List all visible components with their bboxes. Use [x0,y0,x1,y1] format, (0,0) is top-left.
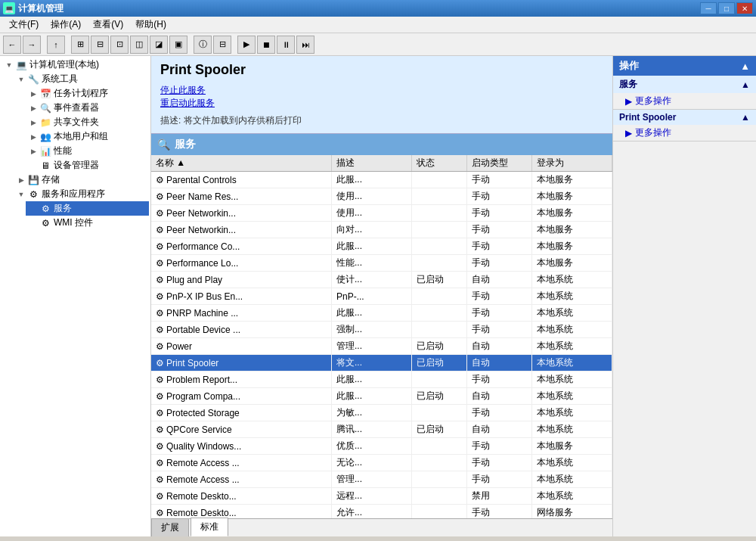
table-row[interactable]: ⚙Remote Access ...管理...手动本地系统 [151,471,612,488]
event-icon: 🔍 [39,102,51,114]
service-status-cell: 已启动 [412,355,467,372]
action-collapse-icon: ▲ [740,61,750,72]
tree-services[interactable]: ⚙ 服务 [26,201,149,216]
stop-service-link[interactable]: 停止此服务 [160,84,603,97]
table-row[interactable]: ⚙Plug and Play使计...已启动自动本地系统 [151,272,612,288]
table-row[interactable]: ⚙Performance Co...此服...手动本地服务 [151,238,612,255]
service-status-cell [412,322,467,338]
col-desc[interactable]: 描述 [332,155,412,172]
service-startup-cell: 手动 [466,438,531,455]
list-button[interactable]: ▣ [169,36,187,54]
table-row[interactable]: ⚙PNRP Machine ...此服...手动本地系统 [151,305,612,322]
app-icon: 💻 [3,2,15,14]
print-spooler-group-label: Print Spooler [619,112,676,123]
services-icon: ⚙ [39,203,51,215]
action-group-services-label: 服务 [619,78,637,91]
table-row[interactable]: ⚙Peer Networkin...向对...手动本地服务 [151,222,612,238]
table-row[interactable]: ⚙Problem Report...此服...手动本地系统 [151,372,612,388]
table-row[interactable]: ⚙Quality Windows...优质...手动本地服务 [151,438,612,455]
table-row[interactable]: ⚙Peer Name Res...使用...手动本地服务 [151,188,612,205]
map-button[interactable]: ◫ [130,36,148,54]
col-status[interactable]: 状态 [412,155,467,172]
tree-performance[interactable]: ▶ 📊 性能 [26,144,149,158]
forward-button[interactable]: → [23,36,41,54]
col-name[interactable]: 名称 ▲ [151,155,332,172]
services-table[interactable]: 名称 ▲ 描述 状态 启动类型 登录为 ⚙Parental Controls此服… [151,155,612,518]
tree-system-tools[interactable]: ▼ 🔧 系统工具 [14,72,149,86]
device-expand [27,162,39,169]
tree-root[interactable]: ▼ 💻 计算机管理(本地) [2,58,149,72]
table-row[interactable]: ⚙Remote Deskto...允许...手动网络服务 [151,505,612,519]
system-tools-expand-icon: ▼ [15,76,27,83]
tree-event-viewer[interactable]: ▶ 🔍 事件查看器 [26,101,149,115]
up-button[interactable]: ↑ [47,36,65,54]
table-row[interactable]: ⚙QPCore Service腾讯...已启动自动本地系统 [151,421,612,438]
grid-button[interactable]: ◪ [150,36,168,54]
table-row[interactable]: ⚙Power管理...已启动自动本地系统 [151,338,612,355]
pause-button[interactable]: ⏸ [277,36,295,54]
service-status-cell: 已启动 [412,338,467,355]
menu-action[interactable]: 操作(A) [45,17,87,33]
table-row[interactable]: ⚙Protected Storage为敏...手动本地系统 [151,405,612,421]
minimize-button[interactable]: ─ [700,2,717,14]
service-login-cell: 本地系统 [532,338,612,355]
more-actions-services-link[interactable]: ▶ 更多操作 [613,93,756,109]
service-startup-cell: 手动 [466,222,531,238]
tree-task-scheduler[interactable]: ▶ 📅 任务计划程序 [26,86,149,101]
tree-shared-folders[interactable]: ▶ 📁 共享文件夹 [26,115,149,129]
collapse-button[interactable]: ⊟ [91,36,109,54]
tree-device-manager[interactable]: 🖥 设备管理器 [26,158,149,173]
restart-service-link[interactable]: 重启动此服务 [160,97,603,110]
col-login[interactable]: 登录为 [532,155,612,172]
services-apps-label: 服务和应用程序 [42,188,105,201]
table-row[interactable]: ⚙Peer Networkin...使用...手动本地服务 [151,205,612,222]
tree-local-users[interactable]: ▶ 👥 本地用户和组 [26,129,149,144]
table-row[interactable]: ⚙Print Spooler将文...已启动自动本地系统 [151,355,612,372]
service-name-cell: ⚙Program Compa... [151,388,332,405]
service-startup-cell: 手动 [466,238,531,255]
service-login-cell: 本地系统 [532,272,612,288]
service-login-cell: 本地系统 [532,405,612,421]
tree-storage[interactable]: ▶ 💾 存储 [14,173,149,187]
service-desc-cell: 此服... [332,388,412,405]
back-button[interactable]: ← [3,36,21,54]
col-startup[interactable]: 启动类型 [466,155,531,172]
window-title: 计算机管理 [18,2,64,15]
menu-view[interactable]: 查看(V) [87,17,129,33]
service-name-cell: ⚙Quality Windows... [151,438,332,455]
service-status-cell: 已启动 [412,388,467,405]
service-status-cell [412,222,467,238]
menu-bar: 文件(F) 操作(A) 查看(V) 帮助(H) [0,17,756,33]
tab-extend[interactable]: 扩展 [151,518,189,536]
more-actions-print-link[interactable]: ▶ 更多操作 [613,125,756,141]
service-desc-cell: 向对... [332,222,412,238]
table-row[interactable]: ⚙Program Compa...此服...已启动自动本地系统 [151,388,612,405]
tree-wmi[interactable]: ⚙ WMI 控件 [26,216,149,230]
menu-file[interactable]: 文件(F) [3,17,45,33]
service-startup-cell: 自动 [466,338,531,355]
table-row[interactable]: ⚙Remote Deskto...远程...禁用本地系统 [151,488,612,505]
services-label: 服务 [54,202,72,215]
service-login-cell: 本地系统 [532,305,612,322]
tree-services-apps[interactable]: ▼ ⚙ 服务和应用程序 [14,187,149,201]
close-button[interactable]: ✕ [736,2,753,14]
stop-button[interactable]: ⏹ [257,36,275,54]
tab-standard[interactable]: 标准 [191,518,228,536]
play-button[interactable]: ▶ [237,36,256,54]
view-button[interactable]: ⊡ [110,36,129,54]
table-row[interactable]: ⚙Remote Access ...无论...手动本地系统 [151,455,612,471]
maximize-button[interactable]: □ [718,2,735,14]
action-group-print-spooler: Print Spooler ▲ ▶ 更多操作 [613,110,756,141]
service-desc-cell: 此服... [332,372,412,388]
show-hide-button[interactable]: ⊞ [71,36,89,54]
info-button[interactable]: ⓘ [194,36,212,54]
table-row[interactable]: ⚙PnP-X IP Bus En...PnP-...手动本地系统 [151,288,612,305]
table-row[interactable]: ⚙Performance Lo...性能...手动本地服务 [151,255,612,272]
remove-button[interactable]: ⊟ [213,36,231,54]
service-login-cell: 本地服务 [532,238,612,255]
table-row[interactable]: ⚙Parental Controls此服...手动本地服务 [151,172,612,188]
menu-help[interactable]: 帮助(H) [129,17,172,33]
table-row[interactable]: ⚙Portable Device ...强制...手动本地系统 [151,322,612,338]
search-icon: 🔍 [157,138,170,151]
next-button[interactable]: ⏭ [296,36,314,54]
